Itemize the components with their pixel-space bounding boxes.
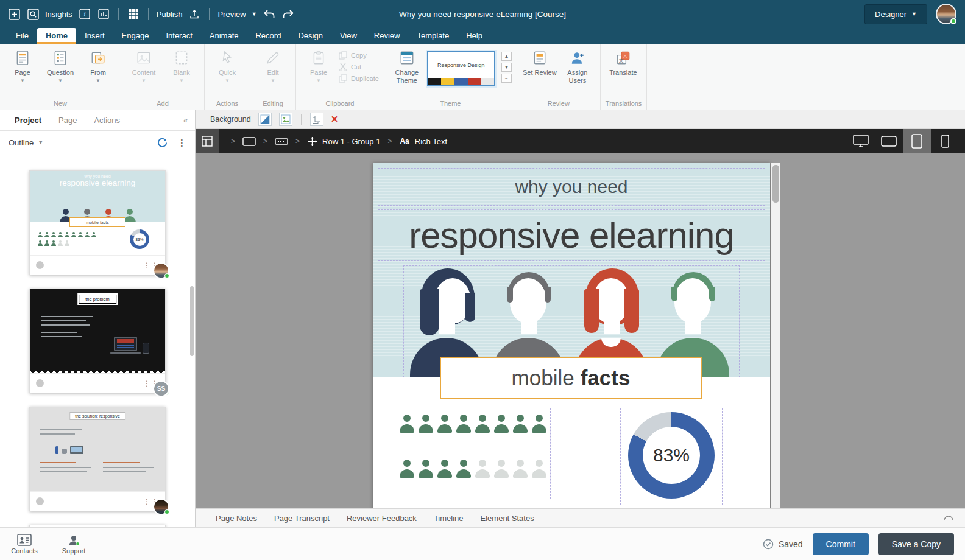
blank-button[interactable]: Blank ▼ (164, 46, 199, 83)
menu-insert[interactable]: Insert (76, 28, 113, 44)
edit-button[interactable]: Edit ▼ (255, 46, 291, 83)
slide-card-2[interactable]: the problem ⋮⋮ SS (29, 289, 166, 393)
tab-page-notes[interactable]: Page Notes (207, 514, 266, 523)
person-pictogram (456, 415, 472, 433)
menu-design[interactable]: Design (289, 28, 331, 44)
device-tablet-landscape-button[interactable] (875, 129, 903, 153)
canvas-scrollbar-thumb[interactable] (772, 165, 779, 203)
section-icon[interactable] (242, 137, 256, 146)
menu-engage[interactable]: Engage (113, 28, 158, 44)
theme-scroll-down-button[interactable]: ▼ (501, 63, 512, 72)
chevron-down-icon: ▼ (96, 79, 101, 83)
paste-button[interactable]: Paste ▼ (301, 46, 336, 83)
change-theme-button[interactable]: Change Theme (389, 46, 425, 84)
chevron-down-icon: ▼ (270, 79, 275, 83)
slide-radio[interactable] (36, 379, 44, 387)
publish-button[interactable]: Publish (157, 10, 183, 19)
device-preview-switcher (847, 129, 959, 153)
question-button[interactable]: Question ▼ (43, 46, 78, 83)
preview-button[interactable]: Preview (217, 10, 246, 19)
tab-element-states[interactable]: Element States (472, 514, 543, 523)
menu-view[interactable]: View (331, 28, 366, 44)
slide-radio[interactable] (36, 261, 44, 269)
set-review-button[interactable]: Set Review (522, 46, 557, 77)
collapse-panel-icon[interactable] (943, 515, 954, 521)
slide-title-textblock[interactable]: responsive elearning (378, 209, 765, 261)
breadcrumb-group-label[interactable]: Row 1 - Group 1 (322, 137, 380, 146)
menu-file[interactable]: File (7, 28, 37, 44)
menu-interact[interactable]: Interact (157, 28, 200, 44)
group-move-icon[interactable] (307, 136, 317, 147)
menu-help[interactable]: Help (458, 28, 491, 44)
menu-animate[interactable]: Animate (201, 28, 247, 44)
page-button[interactable]: Page ▼ (5, 46, 40, 83)
theme-preview-responsive-design[interactable]: Responsive Design (427, 51, 495, 86)
breadcrumb-richtext-label[interactable]: Rich Text (415, 137, 447, 146)
slide-kicker-textblock[interactable]: why you need (378, 168, 765, 206)
refresh-icon[interactable] (157, 138, 168, 148)
duplicate-button[interactable]: Duplicate (339, 74, 379, 83)
background-image-button[interactable] (279, 113, 292, 126)
search-icon[interactable] (26, 7, 40, 21)
content-button[interactable]: Content ▼ (126, 46, 161, 83)
slide-radio[interactable] (36, 497, 44, 505)
presence-dot (164, 273, 169, 278)
slide-1-title: responsive elearning (30, 178, 165, 187)
from-button[interactable]: From ▼ (80, 46, 116, 83)
undo-icon[interactable] (263, 7, 276, 21)
theme-scroll-up-button[interactable]: ▲ (501, 52, 512, 61)
theme-gallery-more-button[interactable]: ≡ (501, 74, 512, 83)
assign-users-button[interactable]: Assign Users (560, 46, 595, 84)
translate-button[interactable]: A文 Translate (606, 46, 641, 77)
canvas-scrollbar[interactable] (771, 163, 780, 508)
donut-chart-block[interactable]: 83% (620, 408, 723, 505)
page-structure-icon[interactable] (196, 129, 219, 153)
menu-template[interactable]: Template (408, 28, 458, 44)
insights-report-icon[interactable] (97, 7, 110, 21)
publish-upload-icon[interactable] (188, 7, 201, 21)
outline-dropdown[interactable]: Outline ▼ (9, 138, 43, 147)
slide-stage[interactable]: why you need responsive elearning (373, 163, 770, 508)
save-a-copy-button[interactable]: Save a Copy (878, 533, 954, 555)
insights-label[interactable]: Insights (45, 10, 72, 19)
menu-review[interactable]: Review (366, 28, 409, 44)
slide-card-3[interactable]: the solution: responsive ⋮⋮ (29, 407, 166, 511)
support-button[interactable]: Support (49, 534, 98, 555)
kebab-menu-icon[interactable]: ⋮ (177, 138, 186, 149)
tab-project[interactable]: Project (7, 111, 49, 130)
tab-page[interactable]: Page (51, 111, 84, 130)
apps-grid-icon[interactable] (127, 7, 140, 21)
device-phone-button[interactable] (931, 129, 959, 153)
copy-style-button[interactable] (310, 113, 323, 126)
tab-actions[interactable]: Actions (87, 111, 127, 130)
background-fill-button[interactable] (258, 113, 272, 126)
tab-timeline[interactable]: Timeline (425, 514, 472, 523)
people-grid-infographic[interactable] (395, 408, 551, 499)
redo-icon[interactable] (281, 7, 295, 21)
slide-card-1[interactable]: why you need responsive elearning mobile… (29, 170, 166, 275)
background-toolbar: Background ✕ (196, 110, 965, 129)
designer-menu-button[interactable]: Designer ▼ (864, 4, 927, 24)
collapse-sidebar-icon[interactable]: « (183, 116, 188, 125)
commit-button[interactable]: Commit (813, 533, 869, 555)
add-icon[interactable] (7, 7, 21, 21)
editing-canvas: why you need responsive elearning (196, 153, 965, 508)
quick-button[interactable]: Quick ▼ (210, 46, 245, 83)
tab-reviewer-feedback[interactable]: Reviewer Feedback (338, 514, 425, 523)
mobile-facts-box[interactable]: mobile facts (440, 357, 702, 399)
row-icon[interactable] (275, 138, 288, 145)
copy-button[interactable]: Copy (339, 51, 379, 60)
chevron-down-icon[interactable]: ▼ (252, 12, 257, 17)
device-tablet-portrait-button[interactable] (903, 129, 931, 153)
remove-background-button[interactable]: ✕ (331, 114, 339, 125)
cut-button[interactable]: Cut (339, 63, 379, 71)
outline-label: Outline (9, 138, 34, 147)
menu-record[interactable]: Record (247, 28, 289, 44)
sidebar-scrollbar[interactable] (190, 286, 194, 356)
tab-page-transcript[interactable]: Page Transcript (266, 514, 338, 523)
contacts-button[interactable]: Contacts (0, 534, 49, 555)
menu-home[interactable]: Home (37, 28, 76, 44)
insights-info-icon[interactable]: i (78, 7, 91, 21)
device-desktop-button[interactable] (847, 129, 875, 153)
user-avatar[interactable] (936, 4, 956, 24)
